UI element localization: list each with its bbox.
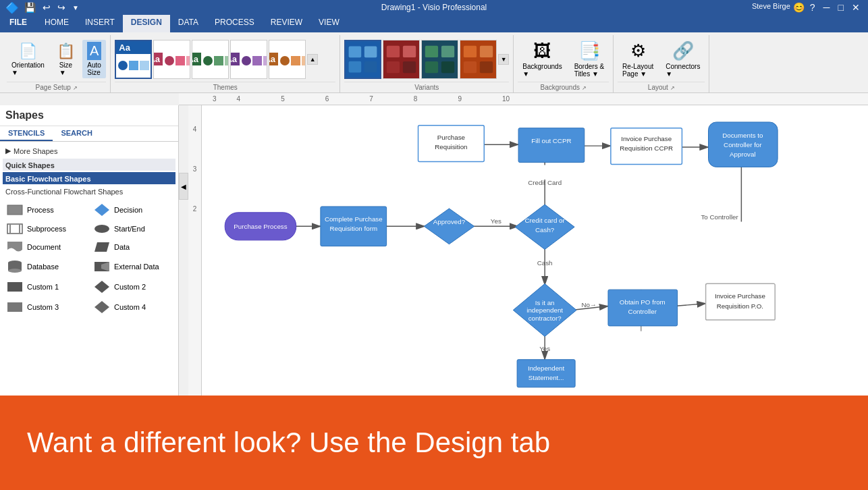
relayout-button[interactable]: ⚙ Re-LayoutPage ▼ [618,38,658,80]
custom3-label: Custom 3 [27,303,59,311]
tab-search[interactable]: SEARCH [53,126,100,141]
variant-4[interactable] [460,40,497,79]
help-icon[interactable]: ? [807,2,818,13]
borders-titles-button[interactable]: 📑 Borders &Titles ▼ [570,38,609,80]
window-controls: Steve Birge 😊 ? ─ □ ✕ [752,2,863,13]
shape-custom-2[interactable]: Custom 2 [90,277,175,296]
svg-rect-8 [387,61,400,72]
cross-functional-link[interactable]: Cross-Functional Flowchart Shapes [3,186,175,198]
qa-more-icon[interactable]: ▼ [71,4,80,11]
svg-rect-34 [7,302,22,312]
svg-point-29 [8,269,22,273]
main-area: Shapes STENCILS SEARCH ▶ More Shapes Qui… [0,105,868,396]
tab-file[interactable]: FILE [0,15,36,32]
ruler-v-mark: 4 [193,126,197,133]
qa-undo-icon[interactable]: ↩ [41,2,52,13]
backgrounds-button[interactable]: 🖼 Backgrounds▼ [518,38,566,80]
shape-custom-1[interactable]: Custom 1 [3,277,88,296]
database-label: Database [27,263,59,271]
variant-2[interactable] [383,40,420,79]
more-shapes-link[interactable]: ▶ More Shapes [3,144,175,157]
node-complete-form[interactable]: Complete Purchase Requisition form [321,207,387,246]
node-purchase-process[interactable]: Purchase Process [225,213,296,240]
connectors-icon: 🔗 [672,40,694,61]
svg-text:Requisition: Requisition [435,143,467,151]
qa-save-icon[interactable]: 💾 [23,2,37,13]
shape-decision[interactable]: Decision [90,200,175,219]
layout-group: ⚙ Re-LayoutPage ▼ 🔗 Connectors▼ Layout ↗ [614,35,709,92]
variant-3[interactable] [421,40,458,79]
ruler-mark: 4 [237,95,241,103]
process-shape-icon [7,205,23,215]
horizontal-ruler: 3 4 5 6 7 8 9 10 [179,93,868,105]
shape-custom-4[interactable]: Custom 4 [90,298,175,317]
theme-2[interactable]: Aa [153,40,190,79]
svg-text:Cash?: Cash? [535,226,555,234]
close-icon[interactable]: ✕ [849,2,863,13]
tab-data[interactable]: DATA [170,15,207,32]
maximize-icon[interactable]: □ [836,2,846,13]
decision-label: Decision [114,206,142,214]
node-docs-controller[interactable]: Documents to Controller for Approval [709,122,778,167]
svg-text:Controller: Controller [628,308,657,315]
tab-insert[interactable]: INSERT [77,15,123,32]
tab-process[interactable]: PROCESS [207,15,263,32]
flowchart-diagram[interactable]: Purchase Requisition Fill out CCPR Invoi… [202,105,868,396]
subprocess-shape-icon [7,223,23,234]
shape-startend[interactable]: Start/End [90,221,175,237]
tab-view[interactable]: VIEW [310,15,348,32]
qa-redo-icon[interactable]: ↪ [56,2,67,13]
shape-process[interactable]: Process [3,200,88,219]
app-logo-icon: 🔷 [5,1,19,14]
ribbon-tabs: FILE HOME INSERT DESIGN DATA PROCESS REV… [0,15,868,32]
orientation-button[interactable]: 📄 Orientation▼ [7,40,49,78]
themes-scroll-up[interactable]: ▲ [307,54,318,65]
svg-text:Approval: Approval [730,151,756,158]
size-button[interactable]: 📋 Size▼ [52,40,80,78]
themes-group: Aa Aa [111,35,340,92]
shape-document[interactable]: Document [3,238,88,256]
theme-1[interactable]: Aa [115,40,152,79]
variant-1[interactable] [344,40,381,79]
shapes-grid: Process Decision Subprocess Start/End [3,198,175,319]
theme-5[interactable]: Aa [269,40,306,79]
auto-size-button[interactable]: A AutoSize [82,40,106,78]
label-to-controller: To Controller [701,213,738,221]
panel-collapse-button[interactable]: ◀ [179,173,188,200]
svg-marker-33 [94,281,109,293]
svg-marker-21 [94,204,109,216]
node-independent-statement[interactable]: Independent Statement... [517,360,575,387]
variants-scroll-down[interactable]: ▼ [498,54,509,65]
user-name: Steve Birge [752,2,790,13]
node-invoice-po[interactable]: Invoice Purchase Requisition P.O. [706,283,776,320]
shape-custom-3[interactable]: Custom 3 [3,298,88,317]
backgrounds-group: 🖼 Backgrounds▼ 📑 Borders &Titles ▼ Backg… [514,35,614,92]
svg-text:Statement...: Statement... [528,374,564,381]
tab-review[interactable]: REVIEW [263,15,310,32]
node-fill-ccpr[interactable]: Fill out CCPR [518,128,585,163]
theme-4[interactable]: Aa [230,40,267,79]
shape-subprocess[interactable]: Subprocess [3,221,88,237]
svg-text:contractor?: contractor? [528,315,562,322]
node-obtain-po[interactable]: Obtain PO from Controller [608,290,678,326]
tab-home[interactable]: HOME [36,15,77,32]
tab-stencils[interactable]: STENCILS [0,126,53,141]
connectors-button[interactable]: 🔗 Connectors▼ [661,38,705,80]
shape-data[interactable]: Data [90,238,175,256]
shape-external-data[interactable]: External Data [90,257,175,276]
auto-size-label: AutoSize [87,61,101,76]
theme-3[interactable]: Aa [192,40,229,79]
custom2-shape-icon [94,280,110,294]
minimize-icon[interactable]: ─ [821,2,833,13]
data-label: Data [114,243,130,251]
bottom-banner: Want a different look? Use the Design ta… [0,396,868,490]
node-invoice-ccpr[interactable]: Invoice Purchase Requisition CCPR [611,128,682,165]
subprocess-label: Subprocess [27,225,66,233]
tab-design[interactable]: DESIGN [123,15,170,32]
shape-database[interactable]: Database [3,257,88,276]
ruler-v-mark: 3 [193,165,197,173]
node-purchase-requisition[interactable]: Purchase Requisition [418,126,485,162]
svg-rect-4 [364,61,377,72]
custom3-shape-icon [7,302,23,312]
canvas[interactable]: 4 3 2 [188,105,868,396]
